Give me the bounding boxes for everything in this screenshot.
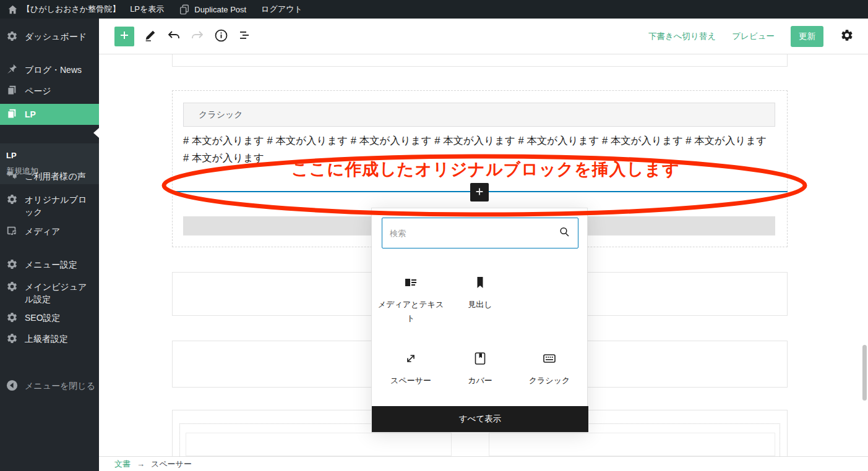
paragraph-block[interactable]: # 本文が入ります # 本文が入ります # 本文が入ります # 本文が入ります … (183, 132, 770, 166)
undo-icon (166, 28, 181, 45)
sidebar-label: オリジナルブロック (25, 193, 95, 218)
sidebar-label: 上級者設定 (25, 333, 95, 345)
classic-editor-icon (542, 351, 557, 366)
logout-link[interactable]: ログアウト (254, 0, 310, 19)
block-outline-partial-top[interactable] (172, 54, 788, 67)
gear-icon (840, 28, 854, 44)
gear-icon (6, 30, 19, 43)
breadcrumb: 文書 → スペーサー (99, 456, 868, 471)
update-button[interactable]: 更新 (791, 26, 823, 47)
preview-link[interactable]: プレビュー (732, 31, 775, 42)
sidebar-label: メニューを閉じる (25, 380, 95, 392)
view-lp-link[interactable]: LPを表示 (127, 0, 171, 19)
sidebar-label: ご利用者様の声 (25, 170, 95, 182)
duplicate-post-icon (179, 4, 190, 15)
sidebar-label: メインビジュアル設定 (25, 281, 95, 305)
sidebar-label: メディア (25, 225, 95, 237)
spacer-icon (403, 351, 418, 366)
breadcrumb-current: スペーサー (151, 459, 192, 470)
breadcrumb-arrow: → (137, 459, 145, 469)
gear-icon (6, 281, 19, 293)
collapse-icon (6, 380, 19, 392)
sidebar-label: ブログ・News (25, 64, 95, 76)
column-block-left[interactable] (186, 433, 452, 456)
sidebar-label: LP (25, 108, 95, 121)
inserter-item-classic[interactable]: クラシック (515, 351, 584, 388)
cover-icon (473, 351, 488, 366)
switch-to-draft-link[interactable]: 下書きへ切り替え (648, 31, 716, 42)
sidebar-item-main-visual-settings[interactable]: メインビジュアル設定 (0, 276, 99, 310)
redo-button[interactable] (190, 29, 205, 44)
sidebar-item-pages[interactable]: ページ (0, 80, 99, 101)
pin-icon (6, 64, 19, 76)
duplicate-post-link[interactable]: Duplicate Post (171, 0, 254, 19)
gear-icon (6, 312, 19, 324)
inserter-item-cover[interactable]: カバー (445, 351, 515, 388)
classic-block-bar[interactable]: クラシック (183, 103, 775, 127)
submenu-item-lp[interactable]: LP (6, 148, 99, 163)
list-view-icon (237, 28, 252, 45)
redo-icon (190, 28, 205, 45)
sidebar-item-seo-settings[interactable]: SEO設定 (0, 307, 99, 328)
sidebar-item-blog-news[interactable]: ブログ・News (0, 59, 99, 80)
pages-icon (6, 108, 19, 121)
gear-icon (6, 333, 19, 345)
sidebar-label: メニュー設定 (25, 258, 95, 271)
inserter-item-spacer[interactable]: スペーサー (376, 351, 445, 388)
info-icon (214, 28, 228, 45)
sidebar-item-advanced-settings[interactable]: 上級者設定 (0, 328, 99, 349)
gear-icon (6, 258, 19, 271)
block-search-field[interactable] (382, 218, 578, 248)
admin-bar: 【ひがしおおさか整骨院】 LPを表示 Duplicate Post ログアウト (0, 0, 868, 19)
sidebar-item-media[interactable]: メディア (0, 221, 99, 242)
show-all-button[interactable]: すべて表示 (372, 406, 588, 432)
media-text-icon (403, 275, 418, 290)
inserter-item-media-text[interactable]: メディアとテキスト (376, 275, 445, 325)
sidebar-label: ダッシュボード (25, 30, 95, 43)
plus-icon (474, 186, 485, 199)
editor-toolbar: 下書きへ切り替え プレビュー 更新 (99, 19, 868, 54)
sidebar-item-original-block[interactable]: オリジナルブロック (0, 189, 99, 223)
site-menu-item[interactable]: 【ひがしおおさか整骨院】 (0, 0, 127, 19)
wordpress-editor-screen: 【ひがしおおさか整骨院】 LPを表示 Duplicate Post ログアウト … (0, 0, 868, 471)
inserter-item-heading[interactable]: 見出し (445, 275, 515, 312)
media-icon (6, 225, 19, 237)
active-menu-arrow (93, 128, 99, 138)
edit-tool-button[interactable] (143, 29, 158, 44)
scrollbar-thumb[interactable] (862, 345, 867, 401)
block-search-input[interactable] (382, 229, 558, 238)
info-button[interactable] (213, 29, 228, 44)
collapse-menu-button[interactable]: メニューを閉じる (0, 375, 99, 396)
sidebar-item-menu-settings[interactable]: メニュー設定 (0, 254, 99, 275)
plus-icon (118, 29, 131, 43)
home-icon (7, 4, 18, 15)
search-icon (558, 226, 570, 240)
site-name: 【ひがしおおさか整骨院】 (22, 4, 120, 15)
comments-icon (6, 170, 19, 182)
admin-sidebar: ダッシュボード ブログ・News ページ LP LP 新規追加 (0, 19, 99, 471)
list-view-button[interactable] (237, 29, 252, 44)
heading-bookmark-icon (473, 275, 488, 290)
sidebar-item-lp[interactable]: LP (0, 104, 99, 125)
settings-gear-button[interactable] (840, 29, 854, 44)
breadcrumb-document-link[interactable]: 文書 (114, 459, 131, 470)
insert-block-button[interactable] (470, 183, 489, 202)
gear-icon (6, 193, 19, 206)
sidebar-label: ページ (25, 85, 95, 97)
pencil-icon (144, 28, 157, 44)
sidebar-item-voices[interactable]: ご利用者様の声 (0, 166, 99, 187)
add-block-button[interactable] (114, 27, 134, 46)
pages-icon (6, 85, 19, 97)
block-inserter-popup: メディアとテキスト 見出し スペーサー カバー クラシック (371, 208, 588, 433)
undo-button[interactable] (166, 29, 181, 44)
sidebar-item-dashboard[interactable]: ダッシュボード (0, 26, 99, 47)
column-block-right[interactable] (489, 433, 775, 456)
sidebar-label: SEO設定 (25, 312, 95, 324)
